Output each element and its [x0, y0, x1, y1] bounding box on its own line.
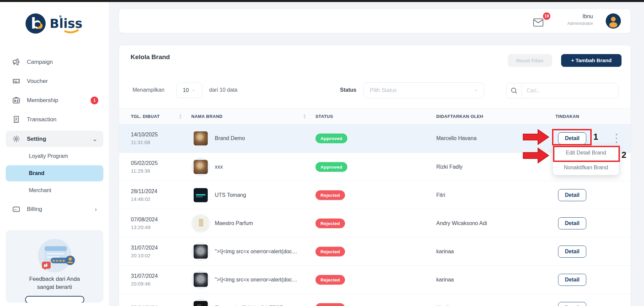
- sidebar-subitem-brand[interactable]: Brand: [6, 165, 103, 181]
- of-total-label: dari 10 data: [209, 87, 238, 93]
- annotation-arrow-1: [523, 129, 550, 145]
- detail-button[interactable]: Detail: [558, 302, 586, 306]
- sidebar-subitem-merchant[interactable]: Merchant: [0, 181, 109, 200]
- col-header-tgl-dibuat: TGL. DIBUAT: [131, 114, 160, 119]
- registered-by-cell: karinaa: [436, 277, 454, 283]
- chevron-down-icon: ⌄: [192, 86, 196, 92]
- feedback-card: ★★★★★ Feedback dari Anda sangat berarti: [6, 230, 103, 303]
- search-icon[interactable]: [506, 83, 522, 98]
- brand-cell: Maestro Parfum: [191, 214, 253, 233]
- sidebar-item-membership[interactable]: Membership 1: [0, 91, 109, 110]
- created-date-cell: 07/08/2024 13:20:49: [131, 217, 158, 230]
- status-badge: Rejected: [315, 247, 345, 256]
- status-badge: Rejected: [315, 303, 345, 306]
- table-row: 07/08/2024 13:20:49 Maestro Parfum Rejec…: [119, 209, 631, 237]
- sidebar-item-transaction[interactable]: Transaction: [0, 110, 109, 129]
- created-date: 29/04/2024: [131, 305, 158, 306]
- col-header-didaftarkan-oleh: DIDAFTARKAN OLEH: [436, 114, 483, 119]
- sidebar: b Bliss Campaign % Voucher: [0, 2, 109, 306]
- show-label: Menampilkan: [133, 87, 164, 93]
- status-filter-label: Status: [340, 87, 356, 93]
- sub-item-label: Loyalty Program: [29, 153, 68, 159]
- kelola-brand-card: Kelola Brand Reset Filter + Tambah Brand…: [119, 45, 631, 306]
- action-cell: Detail: [550, 189, 594, 201]
- brand-cell: ">\]<img src=x onerror=alert(doc…: [191, 242, 297, 261]
- sub-item-label: Merchant: [29, 187, 51, 193]
- brand-logo-image: [194, 245, 208, 259]
- created-date-cell: 05/02/2025 11:29:38: [131, 160, 158, 174]
- credit-card-icon: [12, 205, 21, 214]
- chevron-down-icon: ⌄: [474, 86, 478, 92]
- detail-button[interactable]: Detail: [558, 274, 586, 286]
- created-date: 28/11/2024: [131, 188, 157, 194]
- chevron-right-icon: ›: [92, 205, 100, 213]
- created-time: 11:31:08: [131, 139, 158, 145]
- avatar[interactable]: [606, 13, 621, 29]
- sidebar-item-campaign[interactable]: Campaign: [0, 52, 109, 72]
- created-date-cell: 31/07/2024 20:09:46: [131, 273, 158, 287]
- brand-name: Maestro Parfum: [215, 220, 253, 226]
- status-badge: Rejected: [315, 275, 345, 285]
- kebab-menu-icon[interactable]: [613, 132, 620, 145]
- detail-button[interactable]: Detail: [558, 246, 586, 258]
- created-date: 05/02/2025: [131, 160, 158, 166]
- table-row: 31/07/2024 20:10:02 ">\]<img src=x onerr…: [119, 237, 631, 265]
- reset-filter-button[interactable]: Reset Filter: [508, 54, 552, 67]
- page-size-value: 10: [183, 87, 189, 93]
- created-time: 20:09:46: [131, 281, 158, 287]
- person-icon: [606, 13, 621, 29]
- brand-logo-image: [194, 188, 208, 202]
- status-badge: Rejected: [315, 190, 345, 200]
- menu-item-nonaktifkan-brand[interactable]: Nonaktifkan Brand: [553, 160, 619, 175]
- brand-cell: ">\]<img src=x onerror=alert(doc…: [191, 270, 297, 289]
- annotation-rect-1: [552, 129, 592, 145]
- search-input[interactable]: [522, 83, 618, 98]
- sidebar-nav: Campaign % Voucher Membership 1: [0, 52, 109, 219]
- status-select[interactable]: Pilih Status ⌄: [363, 82, 484, 98]
- brand-name: Brand Demo: [215, 135, 245, 141]
- sidebar-item-setting[interactable]: Setting ⌄: [6, 131, 103, 147]
- brand-name: Flowers by DW 4 - QA TEST: [215, 305, 283, 306]
- tambah-brand-button[interactable]: + Tambah Brand: [561, 54, 622, 67]
- user-name: Ibnu: [567, 13, 593, 19]
- registered-by-cell: Fitri: [436, 192, 445, 198]
- feedback-text: Feedback dari Anda sangat berarti: [6, 275, 103, 291]
- created-date-cell: 31/07/2024 20:10:02: [131, 245, 158, 258]
- created-date-cell: 14/10/2025 11:31:08: [131, 132, 158, 145]
- sidebar-subitem-loyalty-program[interactable]: Loyalty Program: [0, 147, 109, 165]
- brand-cell: Flowers by DW 4 - QA TEST: [191, 299, 283, 306]
- sort-icon[interactable]: ▲▼: [179, 114, 182, 119]
- gear-icon: [12, 135, 21, 143]
- page-size-select[interactable]: 10 ⌄: [176, 83, 202, 98]
- sidebar-item-label: Membership: [27, 97, 58, 104]
- detail-button[interactable]: Detail: [558, 217, 586, 229]
- sidebar-item-label: Setting: [27, 136, 46, 142]
- notification-count-badge: 19: [542, 12, 551, 20]
- megaphone-icon: [12, 58, 21, 67]
- status-badge: Rejected: [315, 218, 345, 228]
- action-cell: Detail: [550, 217, 594, 229]
- status-badge: Approved: [315, 134, 347, 143]
- bliss-logo[interactable]: b Bliss: [0, 11, 109, 36]
- created-date-cell: 29/04/2024: [131, 305, 158, 306]
- annotation-arrow-2: [523, 147, 550, 164]
- brand-logo-halo: [191, 270, 210, 289]
- sidebar-item-voucher[interactable]: % Voucher: [0, 72, 109, 91]
- sort-icon[interactable]: ▲▼: [303, 114, 306, 119]
- status-badge: Approved: [315, 162, 347, 172]
- col-header-status: STATUS: [315, 114, 333, 119]
- created-time: 14:46:02: [131, 196, 157, 202]
- status-cell: Rejected: [315, 275, 345, 285]
- window-edge: [0, 0, 644, 2]
- annotation-step-2: 2: [622, 150, 626, 160]
- notifications-button[interactable]: 19: [533, 14, 548, 29]
- created-date: 07/08/2024: [131, 217, 158, 223]
- brand-name: UTS Tomang: [215, 192, 246, 198]
- created-date: 31/07/2024: [131, 273, 158, 279]
- status-cell: Approved: [315, 162, 347, 172]
- detail-button[interactable]: Detail: [558, 189, 586, 201]
- feedback-button[interactable]: [25, 296, 84, 303]
- table-row: 29/04/2024 Flowers by DW 4 - QA TEST Rej…: [119, 294, 631, 306]
- brand-logo-halo: [191, 158, 210, 176]
- sidebar-item-billing[interactable]: Billing ›: [0, 200, 109, 219]
